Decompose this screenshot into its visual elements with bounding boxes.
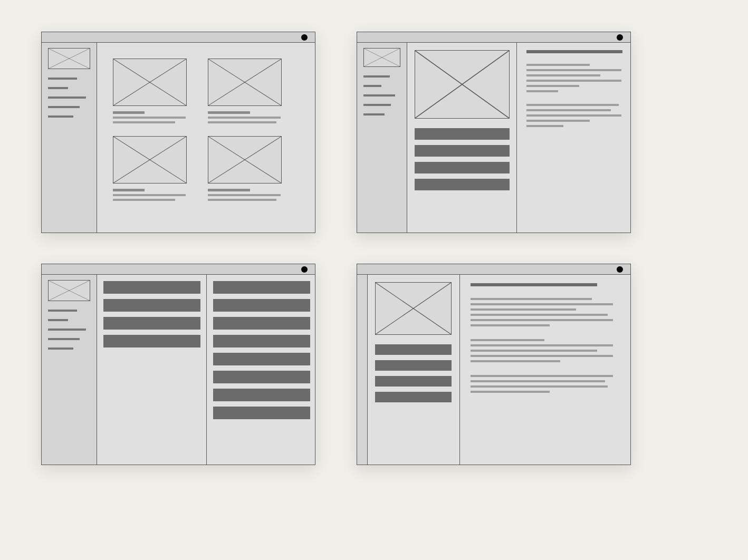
sidebar-nav-item[interactable] [363, 75, 390, 78]
sidebar-nav-item[interactable] [363, 85, 381, 87]
list-item-bar[interactable] [213, 299, 310, 312]
preview-list [415, 128, 509, 190]
body-text-line [526, 114, 621, 117]
list-item-bar[interactable] [213, 317, 310, 330]
card-text-line [208, 117, 281, 119]
body-text-line [471, 344, 613, 346]
image-card[interactable] [208, 59, 282, 123]
window-control-dot[interactable] [617, 266, 623, 273]
list-column-a [97, 275, 207, 465]
body-text-line [471, 314, 608, 316]
window-control-dot[interactable] [301, 266, 308, 273]
window-titlebar [357, 264, 630, 275]
card-text-line [113, 189, 145, 191]
sidebar-nav [48, 310, 90, 350]
card-text-line [208, 194, 281, 196]
list-item-bar[interactable] [415, 145, 510, 157]
wireframe-canvas [0, 0, 748, 560]
list-item-bar[interactable] [375, 392, 452, 402]
text-column [517, 43, 632, 233]
sidebar-nav-item[interactable] [48, 96, 86, 99]
sidebar-nav-item[interactable] [48, 106, 80, 108]
card-image-placeholder [113, 59, 187, 106]
wireframe-window-4 [357, 264, 631, 465]
heading-line [526, 50, 622, 53]
card-image-placeholder [208, 136, 282, 184]
list-item-bar[interactable] [103, 299, 200, 312]
body-text-line [526, 104, 619, 106]
list-item-bar[interactable] [213, 281, 310, 294]
list-item-bar[interactable] [415, 128, 510, 140]
window-titlebar [42, 264, 315, 275]
sidebar-nav [363, 75, 400, 115]
window-control-dot[interactable] [301, 34, 308, 41]
body-text-line [471, 380, 605, 382]
card-image-placeholder [208, 59, 282, 106]
sidebar-nav-item[interactable] [48, 115, 73, 118]
card-text-line [208, 111, 250, 114]
list-item-bar[interactable] [375, 344, 452, 355]
body-text-line [471, 298, 592, 300]
list-item-bar[interactable] [103, 335, 200, 347]
wireframe-window-1 [41, 32, 315, 233]
card-text-line [113, 194, 186, 196]
body-text-line [526, 80, 621, 82]
sidebar [357, 43, 407, 233]
list-item-bar[interactable] [415, 179, 510, 190]
body-text-line [526, 64, 590, 66]
article-column [460, 275, 630, 465]
card-text-line [208, 189, 250, 191]
sidebar-nav-item[interactable] [48, 338, 80, 340]
body-text-line [526, 90, 558, 92]
preview-sidebar [368, 275, 460, 465]
body-text-line [526, 69, 621, 71]
list-column-b [207, 275, 317, 465]
list-item-bar[interactable] [415, 162, 510, 173]
preview-image-placeholder [415, 50, 510, 119]
list-item-bar[interactable] [213, 371, 310, 383]
sidebar-nav-item[interactable] [363, 104, 391, 106]
preview-column [407, 43, 517, 233]
body-text-line [471, 391, 550, 393]
card-text-line [113, 111, 145, 114]
body-text-line [526, 109, 611, 111]
card-text-line [208, 121, 276, 123]
list-item-bar[interactable] [213, 335, 310, 347]
card-grid [97, 43, 315, 233]
sidebar-nav-item[interactable] [48, 87, 68, 89]
logo-placeholder [48, 280, 90, 301]
heading-line [471, 283, 597, 286]
list-item-bar[interactable] [213, 389, 310, 401]
list-item-bar[interactable] [103, 281, 200, 294]
body-text-line [471, 308, 576, 311]
list-item-bar[interactable] [213, 353, 310, 365]
card-text-line [208, 199, 276, 201]
sidebar-nav-item[interactable] [363, 94, 395, 96]
image-card[interactable] [113, 136, 187, 201]
logo-placeholder [48, 48, 90, 69]
logo-placeholder [363, 48, 400, 67]
list-item-bar[interactable] [375, 376, 452, 387]
wireframe-window-3 [41, 264, 315, 465]
card-text-line [113, 199, 175, 201]
body-text-line [526, 120, 590, 122]
body-text-line [471, 375, 613, 377]
image-card[interactable] [113, 59, 187, 123]
card-image-placeholder [113, 136, 187, 184]
sidebar [42, 43, 97, 233]
sidebar-nav-item[interactable] [363, 113, 385, 115]
list-item-bar[interactable] [375, 360, 452, 371]
list-item-bar[interactable] [103, 317, 200, 330]
sidebar-nav-item[interactable] [48, 78, 77, 80]
sidebar-nav-item[interactable] [48, 329, 86, 331]
sidebar-nav-item[interactable] [48, 319, 68, 321]
sidebar-nav-item[interactable] [48, 310, 77, 312]
window-titlebar [42, 32, 315, 43]
body-text-line [471, 350, 597, 352]
body-text-line [471, 303, 613, 305]
window-control-dot[interactable] [617, 34, 623, 41]
list-item-bar[interactable] [213, 407, 310, 419]
sidebar-nav-item[interactable] [48, 347, 73, 350]
body-text-line [526, 125, 563, 127]
image-card[interactable] [208, 136, 282, 201]
